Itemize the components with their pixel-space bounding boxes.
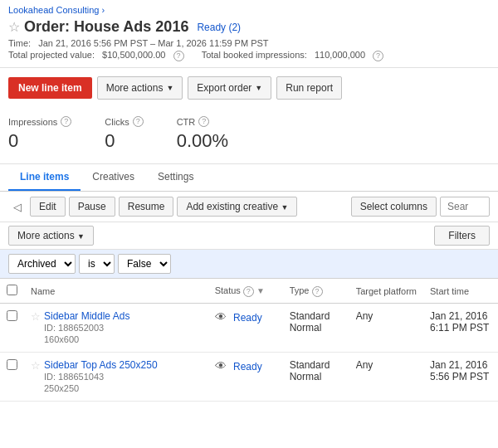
impressions-stat-help-icon[interactable]: ? <box>61 116 71 127</box>
row-type-line1: Standard <box>290 359 330 371</box>
breadcrumb: Lookahead Consulting › <box>0 0 498 17</box>
row-start-date: Jan 21, 2016 <box>430 359 487 371</box>
filter-value-select[interactable]: False True <box>118 254 171 274</box>
run-report-button[interactable]: Run report <box>276 76 342 100</box>
projected-label: Total projected value: <box>8 50 95 60</box>
row-name-cell: ☆ Sidebar Top Ads 250x250 ID: 188651043 … <box>24 353 208 402</box>
row-size: 160x600 <box>44 334 79 344</box>
edit-button[interactable]: Edit <box>30 197 66 217</box>
back-icon[interactable]: ◁ <box>8 198 27 216</box>
order-status-badge: Ready (2) <box>197 22 241 33</box>
clicks-stat-help-icon[interactable]: ? <box>133 116 144 127</box>
row-start-date: Jan 21, 2016 <box>430 310 487 322</box>
projected-value: $10,500,000.00 <box>102 50 165 60</box>
filter-bar: Archived is False True <box>0 250 498 279</box>
clicks-stat: Clicks ? 0 <box>105 116 143 152</box>
table-body: ☆ Sidebar Middle Ads ID: 188652003 160x6… <box>0 304 498 402</box>
row-name-link[interactable]: Sidebar Middle Ads <box>44 310 129 322</box>
table-row: ☆ Sidebar Top Ads 250x250 ID: 188651043 … <box>0 353 498 402</box>
status-sort-icon[interactable]: ▼ <box>256 286 265 295</box>
new-line-item-button[interactable]: New line item <box>8 77 92 99</box>
table-header-row: Name Status ? ▼ Type ? Target platform S… <box>0 279 498 304</box>
export-order-button[interactable]: Export order ▼ <box>188 76 271 100</box>
tabs: Line items Creatives Settings <box>0 164 498 192</box>
resume-button[interactable]: Resume <box>119 197 174 217</box>
filter-field-select[interactable]: Archived <box>8 254 76 274</box>
select-columns-button[interactable]: Select columns <box>351 197 437 217</box>
stats-section: Impressions ? 0 Clicks ? 0 CTR ? 0.00% <box>0 108 498 164</box>
filters-button[interactable]: Filters <box>434 226 490 246</box>
row-checkbox[interactable] <box>7 359 17 370</box>
star-icon[interactable]: ☆ <box>8 19 20 35</box>
export-order-label: Export order <box>197 82 251 94</box>
impressions-stat-label: Impressions ? <box>8 116 71 127</box>
more-actions-button[interactable]: More actions ▼ <box>97 76 183 100</box>
header-checkbox-col <box>0 279 24 304</box>
more-actions-row2-label: More actions <box>17 230 75 241</box>
more-actions-row2-button[interactable]: More actions ▼ <box>8 226 94 246</box>
impressions-stat-value: 0 <box>8 130 71 152</box>
row-star-icon[interactable]: ☆ <box>31 310 41 323</box>
row-status-cell: 👁 Ready <box>208 304 283 353</box>
add-creative-label: Add existing creative <box>186 201 278 212</box>
row-checkbox[interactable] <box>7 310 17 321</box>
tab-line-items[interactable]: Line items <box>8 164 81 191</box>
row-name-link[interactable]: Sidebar Top Ads 250x250 <box>44 359 158 371</box>
row-type-line1: Standard <box>290 310 330 322</box>
ctr-stat: CTR ? 0.00% <box>177 116 228 152</box>
ctr-stat-label: CTR ? <box>177 116 228 127</box>
impressions-label: Total booked impressions: <box>202 50 307 60</box>
filter-operator-select[interactable]: is <box>79 254 115 274</box>
row-eye-icon[interactable]: 👁 <box>215 359 227 373</box>
table-row: ☆ Sidebar Middle Ads ID: 188652003 160x6… <box>0 304 498 353</box>
pause-button[interactable]: Pause <box>69 197 115 217</box>
header-name: Name <box>24 279 208 304</box>
add-creative-arrow-icon: ▼ <box>281 203 288 212</box>
row-target-platform: Any <box>356 310 374 322</box>
time-label: Time: <box>8 38 31 48</box>
clicks-stat-label: Clicks ? <box>105 116 143 127</box>
row-status-cell: 👁 Ready <box>208 353 283 402</box>
more-actions-row2-arrow-icon: ▼ <box>77 232 85 241</box>
tab-creatives[interactable]: Creatives <box>81 164 146 191</box>
row-target-platform-cell: Any <box>349 353 423 402</box>
status-help-icon[interactable]: ? <box>243 286 254 297</box>
projected-help-icon[interactable]: ? <box>173 51 184 61</box>
breadcrumb-separator: › <box>102 5 105 15</box>
ctr-stat-value: 0.00% <box>177 130 228 152</box>
add-existing-creative-button[interactable]: Add existing creative ▼ <box>177 197 297 217</box>
order-title-row: ☆ Order: House Ads 2016 Ready (2) <box>0 17 498 37</box>
row-checkbox-cell <box>0 304 24 353</box>
row-start-time: 5:56 PM PST <box>430 371 489 382</box>
row-type-cell: Standard Normal <box>283 353 349 402</box>
export-order-arrow-icon: ▼ <box>255 84 262 92</box>
search-input[interactable] <box>440 197 490 217</box>
row-status: Ready <box>233 361 262 373</box>
row-target-platform: Any <box>356 359 374 371</box>
row-target-platform-cell: Any <box>349 304 423 353</box>
row-id: ID: 188652003 <box>44 323 104 333</box>
impressions-help-icon[interactable]: ? <box>373 51 383 61</box>
impressions-stat: Impressions ? 0 <box>8 116 71 152</box>
type-help-icon[interactable]: ? <box>312 286 323 297</box>
breadcrumb-link[interactable]: Lookahead Consulting <box>8 5 99 15</box>
row-checkbox-cell <box>0 353 24 402</box>
order-time-row: Time: Jan 21, 2016 5:56 PM PST – Mar 1, … <box>0 37 498 49</box>
row-star-icon[interactable]: ☆ <box>31 359 41 372</box>
action-bar-row1: ◁ Edit Pause Resume Add existing creativ… <box>0 192 498 222</box>
header-start-time: Start time <box>423 279 498 304</box>
row-start-time-cell: Jan 21, 2016 5:56 PM PST <box>423 353 498 402</box>
ctr-stat-help-icon[interactable]: ? <box>198 116 209 127</box>
tab-settings[interactable]: Settings <box>146 164 205 191</box>
header-type: Type ? <box>283 279 349 304</box>
row-type-line2: Normal <box>290 371 322 382</box>
impressions-value: 110,000,000 <box>315 50 365 60</box>
row-id: ID: 188651043 <box>44 372 104 382</box>
header-status: Status ? ▼ <box>208 279 283 304</box>
row-status: Ready <box>233 312 262 324</box>
row-eye-icon[interactable]: 👁 <box>215 310 227 324</box>
line-items-table: Name Status ? ▼ Type ? Target platform S… <box>0 279 498 402</box>
select-all-checkbox[interactable] <box>7 285 17 295</box>
row-type-line2: Normal <box>290 322 322 334</box>
table-container: Name Status ? ▼ Type ? Target platform S… <box>0 279 498 402</box>
